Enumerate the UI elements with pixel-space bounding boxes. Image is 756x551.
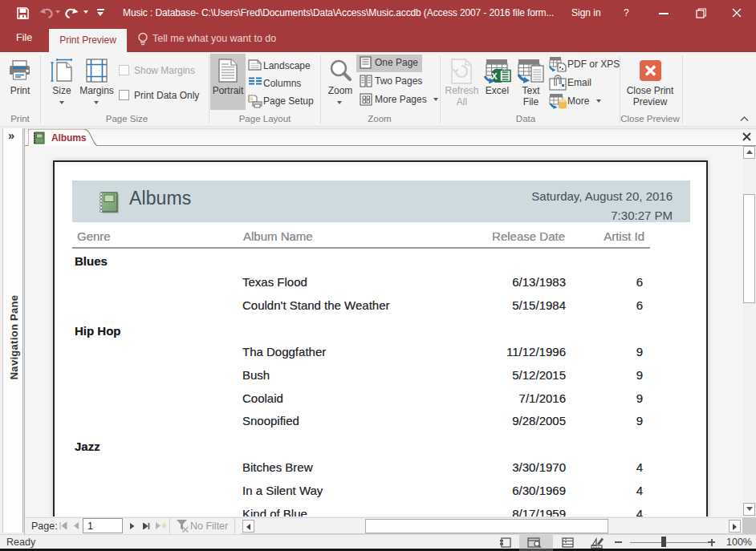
- svg-text:X: X: [491, 71, 498, 81]
